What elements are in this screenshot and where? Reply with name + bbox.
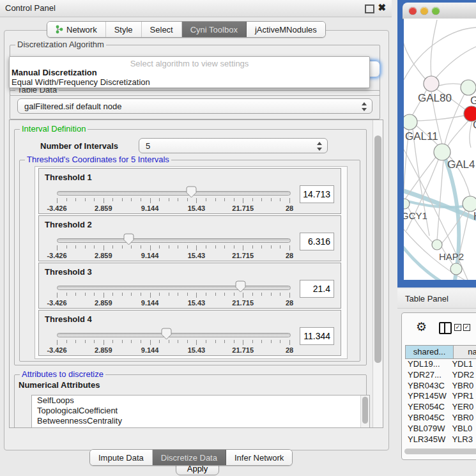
network-edge[interactable]	[417, 116, 464, 121]
network-edge[interactable]	[437, 160, 443, 240]
tick-label: 15.43	[177, 252, 215, 259]
slider-thumb[interactable]	[235, 280, 246, 293]
checkbox-icon[interactable]: ✓	[454, 324, 461, 331]
threshold-row: Threshold 3 -3.4262.8599.14415.4321.7152…	[38, 263, 341, 309]
tab-impute-data[interactable]: Impute Data	[90, 450, 153, 465]
tab-jactivemnodules[interactable]: jActiveMNodules	[247, 22, 325, 37]
threshold-value-field[interactable]	[300, 233, 334, 250]
table-cell[interactable]: YBR0	[449, 413, 476, 424]
threshold-slider[interactable]: -3.4262.8599.14415.4321.71528	[52, 235, 305, 261]
network-edge[interactable]	[404, 39, 426, 79]
tick-mark	[112, 293, 113, 296]
threshold-value-field[interactable]	[300, 185, 334, 203]
tab-style[interactable]: Style	[106, 22, 142, 37]
threshold-slider[interactable]: -3.4262.8599.14415.4321.71528	[52, 282, 305, 308]
table-data-combobox[interactable]: galFiltered.sif default node	[17, 98, 372, 114]
slider-track[interactable]	[57, 238, 291, 243]
threshold-value-field[interactable]	[300, 280, 334, 298]
table-cell[interactable]: YBR045C	[405, 413, 449, 424]
dropdown-option-manual[interactable]: Manual Discretization	[12, 68, 97, 77]
network-edge[interactable]	[436, 47, 476, 78]
threshold-value-field[interactable]	[300, 327, 334, 345]
table-data-group: Table Data galFiltered.sif default node	[10, 90, 380, 119]
slider-thumb[interactable]	[161, 328, 172, 340]
tick-label: 9.144	[131, 252, 169, 259]
column-header[interactable]: shared...	[405, 345, 454, 359]
list-item[interactable]: TopologicalCoefficient	[32, 406, 369, 416]
table-cell[interactable]: YPR145W	[405, 391, 449, 402]
list-item[interactable]: SelfLoops	[32, 395, 369, 406]
table-row[interactable]: YIL052CYIL0	[405, 445, 476, 446]
network-edge[interactable]	[404, 27, 476, 80]
minimize-traffic-light[interactable]	[420, 7, 428, 15]
threshold-slider[interactable]: -3.4262.8599.14415.4321.71528	[52, 188, 305, 213]
close-traffic-light[interactable]	[409, 7, 417, 15]
network-node[interactable]	[404, 114, 417, 130]
table-cell[interactable]: YER0	[449, 402, 476, 413]
table-cell[interactable]: YDR27...	[405, 370, 449, 381]
table-row[interactable]: YBR045CYBR0	[405, 413, 476, 424]
zoom-traffic-light[interactable]	[432, 7, 440, 15]
slider-track[interactable]	[57, 333, 291, 337]
network-edge[interactable]	[441, 210, 466, 243]
network-node[interactable]	[424, 76, 439, 91]
tab-cyni-toolbox[interactable]: Cyni Toolbox	[182, 22, 247, 37]
dropdown-option-equal-width[interactable]: Equal Width/Frequency Discretization	[12, 77, 150, 87]
screen: Control Panel ✖ Network Style Select Cyn…	[0, 0, 476, 476]
table-cell[interactable]: YBR043C	[405, 381, 449, 392]
list-item[interactable]: BetweennessCentrality	[32, 416, 369, 426]
tick-mark	[280, 198, 280, 201]
close-icon[interactable]: ✖	[378, 3, 386, 12]
column-header[interactable]: na	[454, 345, 476, 359]
table-cell[interactable]: YLR3	[449, 434, 476, 445]
tick-mark	[85, 293, 86, 296]
table-cell[interactable]: YDL1	[449, 359, 476, 370]
threshold-label: Threshold 1	[45, 173, 92, 182]
list-scrollbar[interactable]	[360, 395, 369, 428]
slider-track[interactable]	[57, 286, 291, 290]
table-cell[interactable]: YDL19...	[405, 359, 449, 370]
table-cell[interactable]: YPR1	[449, 391, 476, 402]
table-cell[interactable]: YBL079W	[405, 424, 449, 434]
gear-icon[interactable]: ⚙	[416, 319, 427, 334]
table-cell[interactable]: YDR2	[449, 370, 476, 381]
tab-discretize-data[interactable]: Discretize Data	[153, 450, 226, 465]
table-cell[interactable]: YBL0	[449, 424, 476, 434]
table-row[interactable]: YPR145WYPR1	[405, 391, 476, 402]
table-row[interactable]: YDR27...YDR2	[405, 370, 476, 381]
network-node[interactable]	[432, 240, 442, 250]
table-row[interactable]: YER054CYER0	[405, 402, 476, 413]
tab-select[interactable]: Select	[142, 22, 182, 37]
table-row[interactable]: YBL079WYBL0	[405, 424, 476, 434]
numerical-attributes-list[interactable]: SelfLoopsTopologicalCoefficientBetweenne…	[31, 395, 370, 428]
table-cell[interactable]: YIL0	[449, 445, 476, 446]
checkbox-icon[interactable]: ✓	[463, 324, 470, 331]
number-of-intervals-combobox[interactable]: 5	[139, 138, 328, 153]
columns-icon[interactable]	[439, 322, 452, 334]
table-cell[interactable]: YIL052C	[405, 445, 449, 446]
horizontal-scrollbar[interactable]	[404, 449, 476, 454]
threshold-slider[interactable]: -3.4262.8599.14415.4321.71528	[52, 330, 305, 355]
table-row[interactable]: YLR345WYLR3	[405, 434, 476, 445]
tick-mark	[261, 340, 262, 343]
table-row[interactable]: YBR043CYBR0	[405, 381, 476, 392]
slider-track[interactable]	[57, 191, 291, 196]
tick-label: 15.43	[177, 299, 215, 307]
network-canvas[interactable]: GAL80G.CGAL11GAL4GCY1HHAP2	[404, 19, 476, 280]
tab-infer-network[interactable]: Infer Network	[226, 450, 292, 465]
table-cell[interactable]: YLR345W	[405, 434, 449, 445]
network-node[interactable]	[404, 199, 410, 209]
slider-thumb[interactable]	[123, 233, 134, 245]
slider-thumb[interactable]	[186, 186, 197, 198]
tab-network[interactable]: Network	[47, 22, 106, 37]
settings-scrollbar[interactable]	[372, 120, 383, 427]
network-node[interactable]	[461, 80, 476, 95]
network-edge[interactable]	[431, 20, 437, 76]
table-row[interactable]: YDL19...YDL1	[405, 359, 476, 370]
table-cell[interactable]: YER054C	[405, 402, 449, 413]
table-cell[interactable]: YBR0	[449, 381, 476, 392]
network-node[interactable]	[450, 263, 462, 275]
tick-mark	[224, 340, 225, 343]
network-node[interactable]	[463, 196, 476, 211]
float-window-icon[interactable]	[365, 4, 374, 13]
